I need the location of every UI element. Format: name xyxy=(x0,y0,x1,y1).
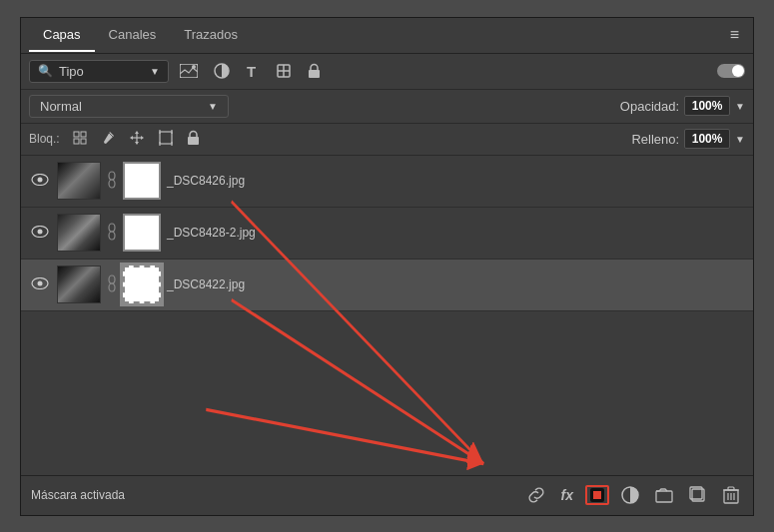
layer-item[interactable]: _DSC8426.jpg xyxy=(21,156,753,208)
layer-chain-icon xyxy=(107,274,117,295)
tab-capas[interactable]: Capas xyxy=(29,19,95,52)
layers-container: _DSC8426.jpg _DSC8428-2.jpg xyxy=(21,156,753,475)
new-layer-button[interactable] xyxy=(685,484,711,506)
blend-mode-chevron-icon: ▼ xyxy=(208,101,218,112)
filter-row: 🔍 Tipo ▼ T xyxy=(21,54,753,90)
layers-list: _DSC8426.jpg _DSC8428-2.jpg xyxy=(21,156,753,311)
lock-artboard-icon[interactable] xyxy=(154,128,178,151)
add-mask-button[interactable] xyxy=(585,485,609,505)
layer-item[interactable]: _DSC8428-2.jpg xyxy=(21,208,753,260)
svg-line-39 xyxy=(206,409,483,463)
layer-mask-thumbnail[interactable] xyxy=(123,266,161,303)
new-group-button[interactable] xyxy=(651,485,677,505)
blend-mode-label: Normal xyxy=(40,99,202,114)
filter-toggle[interactable] xyxy=(717,64,745,78)
fill-chevron-icon[interactable]: ▼ xyxy=(735,134,745,145)
delete-layer-button[interactable] xyxy=(719,484,743,506)
svg-point-37 xyxy=(109,283,115,291)
fx-label: fx xyxy=(561,487,573,503)
filter-circle-half-icon[interactable] xyxy=(209,60,235,82)
panel-menu-icon[interactable]: ≡ xyxy=(724,22,745,48)
filter-text-icon[interactable]: T xyxy=(241,60,265,82)
lock-pixels-icon[interactable] xyxy=(69,129,91,150)
search-icon: 🔍 xyxy=(38,64,53,78)
svg-rect-24 xyxy=(188,137,199,145)
bottom-bar: Máscara activada fx xyxy=(21,475,753,515)
layer-chain-icon xyxy=(107,171,117,192)
svg-rect-45 xyxy=(656,491,672,502)
tab-trazados[interactable]: Trazados xyxy=(170,19,252,52)
filter-type-label: Tipo xyxy=(59,64,144,79)
svg-point-31 xyxy=(38,230,43,235)
mode-row: Normal ▼ Opacidad: 100% ▼ xyxy=(21,90,753,124)
svg-rect-19 xyxy=(160,132,172,144)
svg-point-26 xyxy=(38,178,43,183)
svg-point-35 xyxy=(38,281,43,286)
svg-rect-9 xyxy=(81,132,86,137)
layer-fx-button[interactable]: fx xyxy=(557,485,577,505)
filter-lock-icon[interactable] xyxy=(303,60,326,82)
layer-thumbnail xyxy=(57,266,101,303)
fill-label: Relleno: xyxy=(631,132,679,147)
layer-name: _DSC8426.jpg xyxy=(167,174,745,188)
filter-transform-icon[interactable] xyxy=(271,60,297,82)
tab-canales[interactable]: Canales xyxy=(95,19,171,52)
svg-marker-14 xyxy=(135,142,139,145)
fill-input[interactable]: 100% xyxy=(684,129,730,149)
filter-select[interactable]: 🔍 Tipo ▼ xyxy=(29,60,169,83)
filter-chevron-icon: ▼ xyxy=(150,66,160,77)
svg-point-27 xyxy=(109,172,115,180)
svg-rect-7 xyxy=(309,70,320,78)
layer-thumbnail xyxy=(57,214,101,252)
fill-group: Relleno: 100% ▼ xyxy=(631,129,745,149)
lock-row: Bloq.: Relleno: 100% ▼ xyxy=(21,124,753,156)
lock-move-icon[interactable] xyxy=(125,128,149,151)
layer-item[interactable]: _DSC8422.jpg xyxy=(21,260,753,311)
svg-point-1 xyxy=(192,65,196,69)
mascara-activada-label: Máscara activada xyxy=(31,488,513,502)
svg-marker-15 xyxy=(130,136,133,140)
svg-point-33 xyxy=(109,232,115,240)
svg-rect-8 xyxy=(74,132,79,137)
svg-rect-43 xyxy=(593,491,601,499)
svg-marker-13 xyxy=(135,131,139,134)
layers-panel: Capas Canales Trazados ≡ 🔍 Tipo ▼ T Nor xyxy=(20,17,754,516)
svg-point-36 xyxy=(109,275,115,283)
svg-rect-11 xyxy=(81,139,86,144)
lock-label: Bloq.: xyxy=(29,132,60,146)
blend-mode-select[interactable]: Normal ▼ xyxy=(29,95,229,118)
bottom-toolbar: fx xyxy=(523,484,743,506)
svg-rect-10 xyxy=(74,139,79,144)
layer-visibility-toggle[interactable] xyxy=(29,223,51,243)
svg-rect-50 xyxy=(728,487,734,490)
tab-bar: Capas Canales Trazados ≡ xyxy=(21,18,753,54)
filter-image-icon[interactable] xyxy=(175,61,203,81)
layer-visibility-toggle[interactable] xyxy=(29,274,51,294)
svg-point-32 xyxy=(109,224,115,232)
svg-text:T: T xyxy=(247,63,256,79)
opacity-chevron-icon[interactable]: ▼ xyxy=(735,101,745,112)
layer-chain-icon xyxy=(107,223,117,244)
adjustments-button[interactable] xyxy=(617,484,643,506)
lock-brush-icon[interactable] xyxy=(96,128,120,151)
layer-thumbnail xyxy=(57,162,101,200)
layer-name: _DSC8428-2.jpg xyxy=(167,226,745,240)
lock-all-icon[interactable] xyxy=(183,128,204,151)
opacity-label: Opacidad: xyxy=(620,99,679,114)
opacity-input[interactable]: 100% xyxy=(684,96,730,116)
layer-visibility-toggle[interactable] xyxy=(29,171,51,191)
layer-mask-thumbnail[interactable] xyxy=(123,162,161,200)
layer-mask-thumbnail[interactable] xyxy=(123,214,161,252)
svg-point-28 xyxy=(109,180,115,188)
link-layers-button[interactable] xyxy=(523,484,549,506)
svg-line-41 xyxy=(232,299,483,463)
layer-name: _DSC8422.jpg xyxy=(167,277,745,291)
svg-marker-16 xyxy=(141,136,144,140)
opacity-group: Opacidad: 100% ▼ xyxy=(620,96,745,116)
